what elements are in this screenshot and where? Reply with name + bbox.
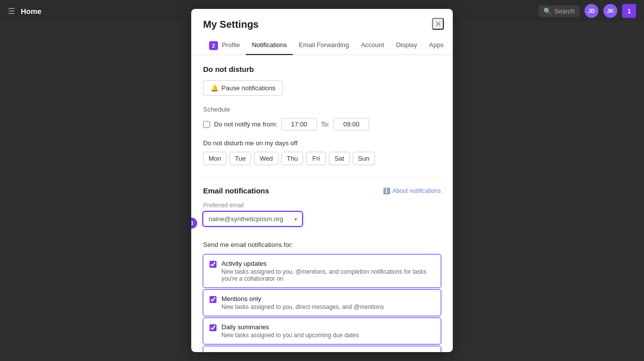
do-not-disturb-title: Do not disturb [203,65,441,73]
to-time-input[interactable] [333,118,369,130]
activity-updates-desc: New tasks assigned to you, @mentions, an… [221,268,434,282]
email-notification-list: Activity updates New tasks assigned to y… [203,254,441,352]
days-off-label: Do not disturb me on my days off [203,139,441,147]
days-row: Mon Tue Wed Thu Fri Sat Sun [203,152,441,165]
tab-email-forwarding-label: Email Forwarding [299,41,349,49]
daily-summaries-checkbox[interactable] [210,324,216,331]
modal-body: Do not disturb 🔔 Pause notifications Sch… [191,55,453,352]
settings-tabs: 2 Profile Notifications Email Forwarding… [191,37,453,55]
schedule-label: Schedule [203,106,441,113]
email-notifications-title: Email notifications [203,186,269,195]
pause-btn-label: Pause notifications [221,84,275,92]
avatar-2[interactable]: JK [603,4,617,18]
tab-hacks[interactable]: Hacks [450,37,453,55]
mentions-only-item: Mentions only New tasks assigned to you,… [203,290,441,316]
daily-summaries-desc: New tasks assigned to you and upcoming d… [221,332,359,339]
settings-modal: My Settings ✕ 2 Profile Notifications Em… [191,9,453,352]
tab-email-forwarding[interactable]: Email Forwarding [293,37,355,55]
do-not-notify-label: Do not notify me from: [214,120,277,128]
tab-account[interactable]: Account [355,37,390,55]
bell-icon: 🔔 [211,84,218,92]
mentions-only-content: Mentions only New tasks assigned to you,… [221,295,384,310]
search-icon: 🔍 [543,7,551,15]
tab-notifications[interactable]: Notifications [246,37,293,55]
about-link-label: About notifications [392,187,441,194]
search-label: Search [554,7,575,15]
days-off-section: Do not disturb me on my days off Mon Tue… [203,139,441,165]
activity-updates-checkbox[interactable] [210,261,216,268]
section-divider [203,177,441,178]
notification-badge[interactable]: 1 [622,4,636,18]
activity-updates-title: Activity updates [221,260,434,267]
day-thu[interactable]: Thu [281,152,303,165]
tab-notifications-label: Notifications [252,41,287,49]
day-tue[interactable]: Tue [229,152,251,165]
app-title: Home [21,7,42,15]
modal-title: My Settings [203,19,441,30]
mentions-only-checkbox[interactable] [210,296,216,303]
tab-apps-label: Apps [429,41,444,49]
email-select-container: 3 naine@syntheticprism.org ▼ [203,212,441,234]
from-time-input[interactable] [281,118,317,130]
email-section-header: Email notifications ℹ️ About notificatio… [203,186,441,195]
mentions-only-title: Mentions only [221,295,384,302]
day-sun[interactable]: Sun [353,152,375,165]
preferred-email-label: Preferred email [203,202,441,209]
tab-display[interactable]: Display [390,37,423,55]
day-mon[interactable]: Mon [203,152,226,165]
preferred-email-select[interactable]: naine@syntheticprism.org [203,212,302,226]
topbar-right: 🔍 Search JD JK 1 [538,4,636,18]
day-fri[interactable]: Fri [306,152,326,165]
to-label: To: [321,120,329,128]
daily-summaries-content: Daily summaries New tasks assigned to yo… [221,323,359,339]
activity-updates-item: Activity updates New tasks assigned to y… [203,254,441,288]
tab-profile-label: Profile [222,41,240,49]
profile-badge: 2 [209,41,218,50]
modal-header: My Settings ✕ 2 Profile Notifications Em… [191,9,453,55]
activity-updates-content: Activity updates New tasks assigned to y… [221,260,434,282]
weekly-reports-title: Weekly reports [221,352,337,352]
day-sat[interactable]: Sat [329,152,350,165]
pause-notifications-button[interactable]: 🔔 Pause notifications [203,80,283,96]
menu-icon[interactable]: ☰ [8,6,15,16]
tab-profile[interactable]: 2 Profile [203,37,246,55]
schedule-row: Do not notify me from: To: [203,118,441,130]
about-notifications-link[interactable]: ℹ️ About notifications [383,187,441,194]
close-button[interactable]: ✕ [432,18,444,30]
send-label: Send me email notifications for: [203,241,441,248]
email-select-wrapper: naine@syntheticprism.org ▼ [203,212,302,226]
info-icon: ℹ️ [383,187,390,194]
daily-summaries-title: Daily summaries [221,323,359,331]
weekly-reports-content: Weekly reports Status updates on project… [221,352,337,352]
avatar-1[interactable]: JD [585,4,598,18]
daily-summaries-item: Daily summaries New tasks assigned to yo… [203,318,441,344]
close-icon: ✕ [435,19,441,29]
mentions-only-desc: New tasks assigned to you, direct messag… [221,303,384,310]
search-bar[interactable]: 🔍 Search [538,5,580,17]
weekly-reports-item: Weekly reports Status updates on project… [203,346,441,352]
step-3-badge: 3 [191,218,197,229]
do-not-notify-checkbox[interactable] [203,121,210,128]
day-wed[interactable]: Wed [254,152,278,165]
tab-display-label: Display [396,41,417,49]
tab-apps[interactable]: Apps [423,37,450,55]
tab-account-label: Account [361,41,384,49]
